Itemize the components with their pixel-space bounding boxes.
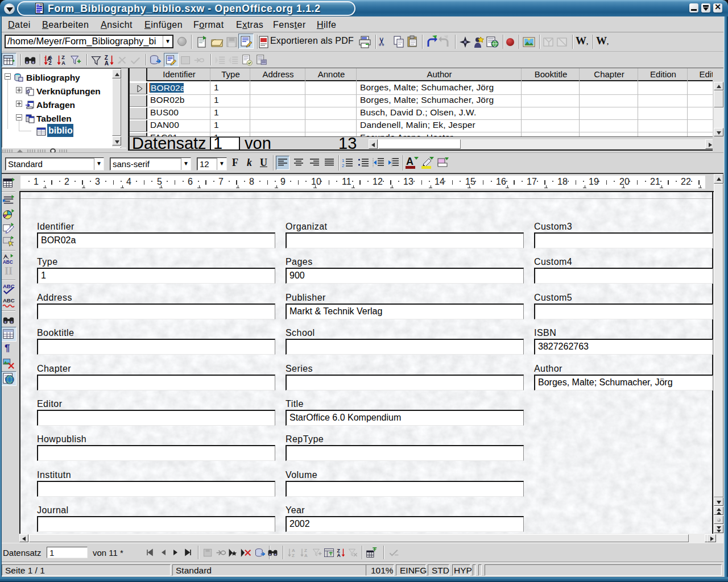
svg-text:A: A (48, 55, 52, 60)
svg-text:Z: Z (292, 553, 295, 558)
svg-text:Z: Z (61, 55, 65, 60)
svg-text:1: 1 (342, 158, 345, 163)
svg-text:Z: Z (48, 60, 52, 66)
svg-text:A: A (292, 548, 295, 553)
svg-text:Z: Z (304, 548, 307, 553)
svg-text:ABC: ABC (3, 297, 15, 304)
svg-text:A: A (337, 552, 341, 558)
svg-text:ABC: ABC (3, 260, 13, 265)
svg-text:A: A (105, 60, 109, 66)
svg-text:A: A (61, 60, 65, 66)
svg-text:A: A (304, 553, 308, 558)
svg-text:2: 2 (342, 163, 345, 168)
